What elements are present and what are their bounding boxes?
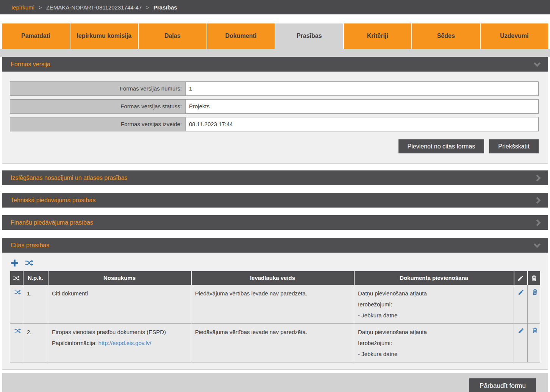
breadcrumb: Iepirkumi > ZEMAKA-NOPART-081120231744-4… — [0, 0, 550, 14]
field-label-versijas-numurs: Formas versijas numurs: — [10, 81, 186, 96]
collapse-chevron-down-icon[interactable] — [533, 243, 541, 248]
reorder-row-button[interactable] — [14, 328, 21, 334]
pencil-icon — [518, 289, 524, 295]
form-row: Formas versijas statuss: Projekts — [10, 99, 539, 114]
field-value-versijas-izveide: 08.11.2023 17:44 — [185, 117, 539, 131]
add-from-other-form-button[interactable]: Pievienot no citas formas — [398, 139, 484, 153]
table-row: 1. Citi dokumenti Piedāvājuma vērtības i… — [10, 285, 540, 323]
section-title: Tehniskā piedāvājuma prasības — [11, 197, 95, 204]
column-header-nosaukums: Nosaukums — [48, 271, 191, 285]
tab-dokumenti[interactable]: Dokumenti — [207, 23, 276, 49]
tab-dalas[interactable]: Daļas — [139, 23, 207, 49]
row-reorder-cell — [10, 285, 23, 323]
delete-row-button[interactable] — [531, 327, 538, 334]
table-header-row: N.p.k. Nosaukums Ievadlauka veids Dokume… — [10, 271, 540, 285]
preview-button[interactable]: Priekšskatīt — [489, 139, 539, 153]
citas-prasibas-body: N.p.k. Nosaukums Ievadlauka veids Dokume… — [2, 253, 548, 370]
row-edit-cell — [514, 285, 528, 323]
column-header-edit — [514, 271, 528, 285]
expand-chevron-right-icon[interactable] — [536, 174, 541, 182]
field-value-versijas-statuss: Projekts — [185, 99, 539, 114]
row-doc-attach-cell: Datņu pievienošana atļauta Ierobežojumi:… — [354, 285, 514, 323]
breadcrumb-separator: > — [39, 4, 42, 11]
row-reorder-cell — [10, 323, 23, 362]
edit-row-button[interactable] — [518, 328, 524, 334]
section-formas-versija: Formas versija Formas versijas numurs: 1… — [2, 57, 548, 164]
formas-versija-header[interactable]: Formas versija — [2, 57, 548, 72]
doc-attach-line: - Jebkura datne — [358, 310, 510, 321]
shuffle-icon — [25, 259, 34, 267]
footer-bar: Pārbaudīt formu — [2, 373, 548, 392]
formas-versija-body: Formas versijas numurs: 1 Formas versija… — [2, 72, 548, 164]
doc-attach-line: Datņu pievienošana atļauta — [358, 288, 510, 299]
field-value-versijas-numurs: 1 — [185, 81, 539, 96]
field-label-versijas-izveide: Formas versijas izveide: — [10, 117, 186, 131]
breadcrumb-procurement-id: ZEMAKA-NOPART-081120231744-47 — [46, 4, 142, 11]
doc-attach-line: Ierobežojumi: — [358, 337, 510, 348]
section-header-finansu-piedavajuma[interactable]: Finanšu piedāvājuma prasības — [2, 215, 548, 230]
add-requirement-button[interactable] — [11, 259, 18, 267]
row-npk-cell: 1. — [23, 285, 48, 323]
espd-link[interactable]: http://espd.eis.gov.lv/ — [98, 340, 152, 346]
column-header-reorder — [10, 271, 23, 285]
delete-row-button[interactable] — [531, 288, 538, 295]
tab-bar: Pamatdati Iepirkumu komisija Daļas Dokum… — [2, 23, 548, 49]
shuffle-icon — [14, 289, 21, 295]
requirements-table: N.p.k. Nosaukums Ievadlauka veids Dokume… — [10, 271, 540, 362]
section-header-tehniska-piedavajuma[interactable]: Tehniskā piedāvājuma prasības — [2, 193, 548, 208]
check-form-button[interactable]: Pārbaudīt formu — [469, 378, 536, 392]
row-delete-cell — [528, 323, 540, 362]
column-header-ievadlauka-veids: Ievadlauka veids — [191, 271, 354, 285]
row-delete-cell — [528, 285, 540, 323]
edit-row-button[interactable] — [518, 289, 524, 295]
section-header-izslegsanas-nosacijumi[interactable]: Izslēgšanas nosacījumi un atlases prasīb… — [2, 170, 548, 185]
shuffle-icon — [12, 275, 20, 281]
active-tab-strip — [0, 49, 550, 57]
form-row: Formas versijas izveide: 08.11.2023 17:4… — [10, 117, 539, 131]
doc-attach-line: Ierobežojumi: — [358, 299, 510, 310]
pencil-icon — [518, 328, 524, 334]
breadcrumb-current-page: Prasības — [153, 4, 177, 11]
requirements-toolbar — [11, 259, 540, 267]
table-row: 2. Eiropas vienotais prasību dokuments (… — [10, 323, 540, 362]
row-input-type-cell: Piedāvājuma vērtības ievade nav paredzēt… — [191, 323, 354, 362]
extra-info-label: Papildinformācija: — [52, 340, 98, 346]
row-edit-cell — [514, 323, 528, 362]
formas-versija-buttons: Pievienot no citas formas Priekšskatīt — [10, 139, 539, 153]
trash-icon — [531, 275, 538, 282]
tab-iepirkumu-komisija[interactable]: Iepirkumu komisija — [70, 23, 139, 49]
expand-chevron-right-icon[interactable] — [536, 219, 541, 226]
row-input-type-cell: Piedāvājuma vērtības ievade nav paredzēt… — [191, 285, 354, 323]
column-header-npk: N.p.k. — [23, 271, 48, 285]
row-doc-attach-cell: Datņu pievienošana atļauta Ierobežojumi:… — [354, 323, 514, 362]
trash-icon — [531, 288, 538, 295]
tab-uzdevumi[interactable]: Uzdevumi — [481, 23, 548, 49]
expand-chevron-right-icon[interactable] — [536, 197, 541, 204]
reorder-requirements-button[interactable] — [25, 259, 34, 267]
citas-prasibas-header[interactable]: Citas prasības — [2, 238, 548, 253]
tab-sedes[interactable]: Sēdes — [412, 23, 481, 49]
doc-attach-line: Datņu pievienošana atļauta — [358, 326, 510, 337]
column-header-delete — [528, 271, 540, 285]
citas-prasibas-title: Citas prasības — [11, 242, 49, 249]
doc-attach-line: - Jebkura datne — [358, 348, 510, 359]
breadcrumb-link-iepirkumi[interactable]: Iepirkumi — [11, 4, 34, 11]
pencil-icon — [517, 275, 524, 281]
shuffle-icon — [14, 328, 21, 334]
row-extra-info: Papildinformācija: http://espd.eis.gov.l… — [52, 337, 187, 348]
tab-prasibas[interactable]: Prasības — [275, 23, 344, 49]
section-citas-prasibas: Citas prasības — [2, 238, 548, 370]
tab-kriteriji[interactable]: Kritēriji — [344, 23, 412, 49]
breadcrumb-separator: > — [146, 4, 149, 11]
tab-pamatdati[interactable]: Pamatdati — [2, 23, 70, 49]
field-label-versijas-statuss: Formas versijas statuss: — [10, 99, 186, 114]
plus-icon — [11, 259, 18, 267]
collapse-chevron-down-icon[interactable] — [533, 62, 541, 67]
reorder-row-button[interactable] — [14, 289, 21, 295]
formas-versija-title: Formas versija — [11, 61, 50, 68]
row-name-text: Eiropas vienotais prasību dokuments (ESP… — [52, 326, 187, 337]
section-title: Finanšu piedāvājuma prasības — [11, 219, 93, 226]
row-npk-cell: 2. — [23, 323, 48, 362]
trash-icon — [531, 327, 538, 334]
form-row: Formas versijas numurs: 1 — [10, 81, 539, 96]
